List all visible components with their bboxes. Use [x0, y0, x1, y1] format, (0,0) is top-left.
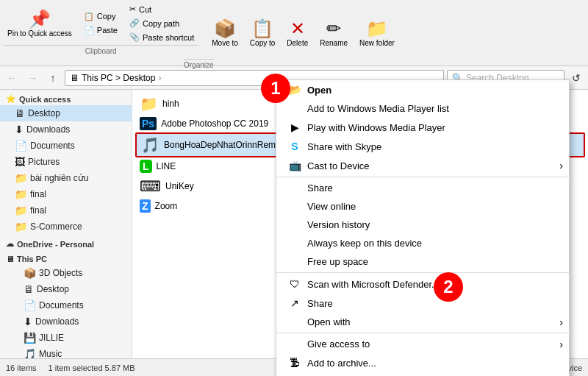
copy-to-button[interactable]: 📋 Copy to	[245, 17, 279, 49]
cm-open-with[interactable]: Open with	[276, 313, 569, 331]
clipboard-section: 📌 Pin to Quick access 📋 Copy 📄 Paste ✂ C…	[0, 0, 201, 65]
sidebar-item-documents[interactable]: 📄 Documents	[0, 138, 132, 154]
line-icon: L	[140, 160, 152, 173]
pin-button[interactable]: 📌 Pin to Quick access	[3, 7, 76, 39]
folder-icon: 📁	[15, 188, 27, 200]
new-folder-button[interactable]: 📁 New folder	[355, 17, 399, 49]
sidebar-item-desktop[interactable]: 🖥 Desktop	[0, 105, 132, 121]
folder-icon: 📁	[15, 172, 27, 184]
cm-share2[interactable]: ↗ Share	[276, 294, 569, 313]
copy-icon: 📋	[84, 12, 94, 21]
ps-icon: Ps	[140, 117, 157, 130]
paste-shortcut-button[interactable]: 📎 Paste shortcut	[125, 31, 198, 43]
cm-defender[interactable]: 🛡 Scan with Microsoft Defender...	[276, 274, 569, 294]
this-pc-section: 🖥 This PC	[0, 253, 132, 265]
cm-sep1	[276, 177, 569, 177]
downloads-icon: ⬇	[15, 124, 24, 135]
cm-always-keep[interactable]: Always keep on this device	[276, 234, 569, 252]
copy-path-icon: 🔗	[129, 18, 140, 28]
back-button[interactable]: ←	[3, 69, 21, 87]
paste-shortcut-icon: 📎	[129, 32, 140, 42]
up-button[interactable]: ↑	[44, 69, 62, 87]
cm-sep2	[276, 272, 569, 273]
item-count: 16 items	[6, 363, 37, 372]
cm-skype[interactable]: S Share with Skype	[276, 137, 569, 156]
organize-section: 📦 Move to 📋 Copy to ✕ Delete ✏ Rename 📁 …	[201, 0, 405, 65]
cloud-icon: ☁	[6, 239, 14, 249]
folder-icon: 📁	[140, 95, 158, 113]
cast-icon: 📺	[288, 160, 301, 171]
skype-icon: S	[288, 141, 301, 152]
move-to-button[interactable]: 📦 Move to	[207, 17, 243, 49]
computer-icon: 🖥	[6, 255, 14, 263]
toolbar: 📌 Pin to Quick access 📋 Copy 📄 Paste ✂ C…	[0, 0, 588, 66]
cm-add-rar[interactable]: 🗜 Add to "BongHoaDepNhatOrinnRemix-QuanA…	[276, 372, 569, 376]
cm-free-space[interactable]: Free up space	[276, 252, 569, 271]
sidebar-item-music[interactable]: 🎵 Music	[0, 346, 132, 358]
path-icon: 🖥	[70, 73, 79, 83]
play-icon: ▶	[288, 121, 301, 133]
cm-version-history[interactable]: Version history	[276, 216, 569, 234]
sidebar-item-research[interactable]: 📁 bài nghiên cứu	[0, 170, 132, 186]
clipboard-label: Clipboard	[3, 45, 198, 55]
refresh-button[interactable]: ↺	[567, 69, 585, 87]
cm-share[interactable]: Share	[276, 179, 569, 197]
shield-icon: 🛡	[288, 278, 301, 290]
sidebar-item-final2[interactable]: 📁 final	[0, 202, 132, 219]
forward-button[interactable]: →	[24, 69, 41, 87]
selected-info: 1 item selected 5.87 MB	[49, 363, 135, 372]
cm-view-online[interactable]: View online	[276, 197, 569, 216]
paste-icon: 📄	[84, 26, 94, 35]
sidebar: ⭐ Quick access 🖥 Desktop ⬇ Downloads 📄 D…	[0, 90, 132, 358]
context-menu: 📂 Open Add to Windows Media Player list …	[276, 79, 570, 376]
folder-icon: 📁	[15, 221, 27, 233]
cm-open[interactable]: 📂 Open	[276, 80, 569, 99]
cm-add-wmp[interactable]: Add to Windows Media Player list	[276, 99, 569, 118]
cm-give-access[interactable]: Give access to	[276, 335, 569, 353]
sidebar-item-documents2[interactable]: 📄 Documents	[0, 297, 132, 313]
desktop-icon: 🖥	[15, 107, 25, 119]
organize-label: Organize	[184, 59, 214, 69]
sidebar-item-downloads2[interactable]: ⬇ Downloads	[0, 313, 132, 330]
path-arrow: ›	[158, 73, 161, 83]
annotation-2: 2	[434, 272, 463, 302]
sidebar-item-scommerce[interactable]: 📁 S-Commerce	[0, 219, 132, 235]
copy-toolbar-button[interactable]: 📋 Copy	[79, 10, 122, 23]
cm-add-archive[interactable]: 🗜 Add to archive...	[276, 353, 569, 372]
quick-access-icon: ⭐	[6, 94, 16, 104]
quick-access-section: ⭐ Quick access	[0, 93, 132, 105]
documents-icon: 📄	[15, 140, 27, 152]
cm-sep3	[276, 333, 569, 333]
paste-toolbar-button[interactable]: 📄 Paste	[79, 24, 122, 37]
music-file-icon: 🎵	[141, 136, 159, 154]
unikey-icon: ⌨	[140, 177, 161, 195]
sidebar-item-pictures[interactable]: 🖼 Pictures	[0, 154, 132, 170]
copy-path-button[interactable]: 🔗 Copy path	[125, 17, 198, 29]
rename-button[interactable]: ✏ Rename	[315, 17, 352, 49]
cut-button[interactable]: ✂ Cut	[125, 3, 198, 15]
sidebar-item-downloads[interactable]: ⬇ Downloads	[0, 121, 132, 138]
archive-icon: 🗜	[288, 357, 301, 369]
sidebar-item-desktop2[interactable]: 🖥 Desktop	[0, 281, 132, 297]
cm-cast[interactable]: 📺 Cast to Device	[276, 156, 569, 175]
folder-icon: 📁	[15, 205, 27, 216]
pictures-icon: 🖼	[15, 156, 25, 168]
sidebar-item-jillie[interactable]: 💾 JILLIE	[0, 330, 132, 346]
delete-button[interactable]: ✕ Delete	[282, 17, 312, 49]
sidebar-item-3dobjects[interactable]: 📦 3D Objects	[0, 265, 132, 281]
zoom-icon: Z	[140, 199, 151, 213]
cut-icon: ✂	[129, 4, 136, 14]
annotation-1: 1	[261, 74, 290, 103]
sidebar-item-final1[interactable]: 📁 final	[0, 186, 132, 202]
cm-play-wmp[interactable]: ▶ Play with Windows Media Player	[276, 118, 569, 137]
onedrive-section: ☁ OneDrive - Personal	[0, 238, 132, 250]
